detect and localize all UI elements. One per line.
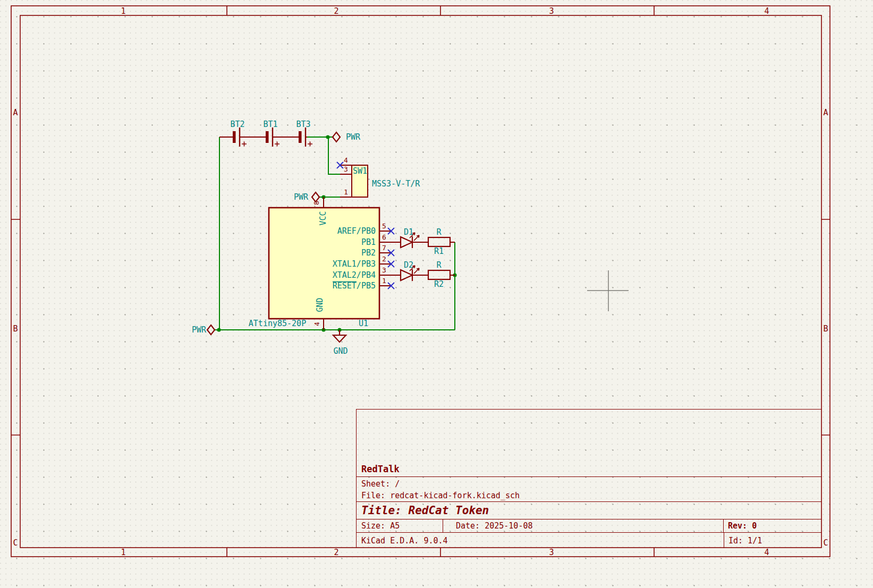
ic-pin-name: PB1	[361, 237, 376, 247]
row-ticks	[11, 219, 830, 435]
plus-sign	[242, 142, 247, 147]
pwr-label[interactable]: PWR	[192, 325, 207, 335]
pin-number: 4	[313, 322, 321, 326]
col-label-top-3: 3	[549, 6, 554, 16]
gnd-label[interactable]: GND	[333, 346, 347, 356]
rev-field: Rev: 0	[724, 519, 822, 532]
led-ref[interactable]: D2	[404, 260, 413, 270]
row-label-right-b: B	[823, 324, 828, 334]
pwr-diamond-icon	[312, 192, 319, 202]
col-label-top-4: 4	[764, 6, 769, 16]
led-triangle	[401, 270, 412, 280]
resistor-r2[interactable]: R R2	[428, 260, 455, 289]
resistor-ref[interactable]: R2	[434, 279, 444, 289]
switch-value[interactable]: MSS3-V-T/R	[372, 179, 420, 189]
pwr-diamond-icon	[207, 325, 215, 335]
power-flag-bottom[interactable]: PWR	[192, 325, 215, 335]
resistor-r1[interactable]: R R1	[428, 227, 455, 256]
switch-ref[interactable]: SW1	[353, 166, 367, 176]
ground-flag[interactable]: GND	[333, 330, 348, 356]
resistor-ref[interactable]: R1	[434, 246, 444, 256]
battery-bt1[interactable]: BT1	[263, 120, 299, 147]
pwr-diamond-icon	[333, 132, 340, 142]
led-d1[interactable]: D1	[391, 227, 428, 248]
battery-ref[interactable]: BT1	[263, 120, 277, 129]
resistor-body[interactable]	[428, 237, 450, 246]
col-label-top-2: 2	[334, 6, 338, 16]
tool-version-field: KiCad E.D.A. 9.0.4	[357, 533, 724, 548]
ic-pin-name-gnd: GND	[315, 297, 325, 312]
col-label-bottom-4: 4	[764, 548, 769, 557]
pin-number: 3	[344, 165, 348, 173]
pin-number: 1	[344, 188, 348, 196]
pin-number: 6	[382, 233, 386, 241]
sheet-field: Sheet: /	[361, 478, 821, 490]
battery-bt2[interactable]: BT2	[219, 120, 266, 147]
pin-number: 1	[382, 277, 386, 285]
row-label-left-a: A	[13, 108, 18, 117]
title-block-tool-id-row: KiCad E.D.A. 9.0.4 Id: 1/1	[357, 533, 821, 548]
schematic-canvas[interactable]: 1 2 3 4 1 2 3 4 A B C A B C	[0, 0, 873, 588]
crosshair-cursor	[587, 270, 629, 311]
file-field: File: redcat-kicad-fork.kicad_sch	[361, 490, 821, 501]
col-label-top-1: 1	[121, 6, 125, 16]
battery-ref[interactable]: BT3	[296, 120, 310, 129]
ic-ref[interactable]: U1	[359, 319, 368, 328]
led-triangle	[401, 237, 412, 248]
ic-u1[interactable]: VCC GND 8 4 AREF/PB0 PB1 PB2 XTAL1/PB3 X…	[249, 197, 394, 330]
pin-number: 2	[382, 255, 386, 263]
wire-to-sw1-pin3[interactable]	[328, 137, 340, 174]
resistor-value[interactable]: R	[436, 227, 442, 237]
switch-sw1[interactable]: 4 3 1 SW1 MSS3-V-T/R	[337, 156, 420, 197]
battery-bt3[interactable]: BT3	[296, 120, 312, 147]
pin-number: 3	[382, 266, 386, 274]
row-label-right-a: A	[823, 108, 828, 117]
battery-ref[interactable]: BT2	[230, 120, 244, 129]
junction-dot	[326, 135, 329, 139]
resistor-value[interactable]: R	[436, 260, 442, 270]
resistor-body[interactable]	[428, 270, 450, 279]
title-field: Title: RedCat Token	[361, 504, 489, 517]
ic-pin-name: PB2	[361, 248, 376, 258]
row-label-right-c: C	[823, 538, 828, 548]
pwr-label[interactable]: PWR	[294, 192, 309, 202]
plus-sign	[308, 142, 312, 147]
col-label-bottom-3: 3	[549, 548, 554, 557]
row-label-left-b: B	[13, 324, 18, 334]
ic-pin-name: XTAL2/PB4	[333, 270, 376, 280]
title-block-company-row: RedTalk	[357, 410, 821, 477]
date-field: Date: 2025-10-08	[443, 519, 724, 532]
ic-pin-name: RESET/PB5	[333, 281, 376, 291]
pin-number: 7	[382, 244, 386, 252]
led-ref[interactable]: D1	[404, 227, 413, 237]
junction-dot	[217, 328, 221, 331]
title-block-size-date-row: Size: A5 Date: 2025-10-08 Rev: 0	[357, 519, 821, 533]
title-block: RedTalk Sheet: / File: redcat-kicad-fork…	[356, 409, 821, 548]
battery-plate-thick	[233, 131, 236, 143]
title-block-title-row: Title: RedCat Token	[357, 502, 821, 519]
col-label-bottom-2: 2	[334, 548, 338, 557]
power-flag-top[interactable]: PWR	[333, 132, 361, 142]
ic-pin-name: XTAL1/PB3	[333, 259, 376, 269]
power-flag-mid[interactable]: PWR	[294, 192, 319, 202]
ic-pin-name-vcc: VCC	[318, 211, 328, 225]
company-name: RedTalk	[361, 464, 400, 474]
title-block-sheet-file-row: Sheet: / File: redcat-kicad-fork.kicad_s…	[357, 477, 821, 502]
pin-number: 4	[344, 156, 348, 164]
battery-plate-thick	[299, 131, 302, 143]
size-field: Size: A5	[357, 519, 443, 532]
col-label-bottom-1: 1	[121, 548, 125, 557]
ic-pin-name: AREF/PB0	[337, 226, 376, 236]
ic-value[interactable]: ATtiny85-20P	[249, 319, 306, 328]
sheet-id-field: Id: 1/1	[724, 533, 822, 548]
led-d2[interactable]: D2	[391, 260, 428, 281]
pin-number: 8	[312, 201, 320, 205]
pin-number: 5	[382, 222, 386, 230]
plus-sign	[275, 142, 279, 147]
pwr-label[interactable]: PWR	[346, 132, 361, 142]
row-label-left-c: C	[13, 538, 18, 548]
gnd-triangle-icon	[333, 335, 346, 342]
battery-plate-thick	[266, 131, 269, 143]
